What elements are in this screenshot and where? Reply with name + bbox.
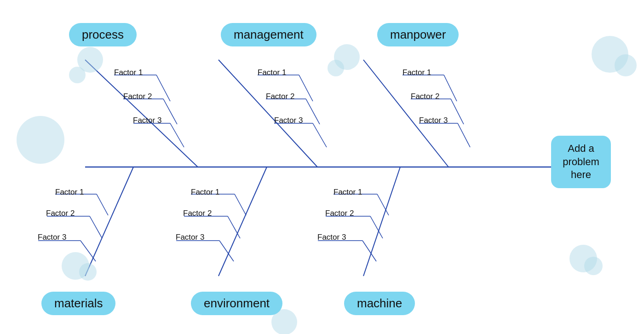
factor-environment-3[interactable]: Factor 3 <box>176 233 204 242</box>
category-manpower[interactable]: manpower <box>377 23 459 46</box>
svg-line-24 <box>97 194 108 215</box>
svg-line-21 <box>458 123 470 147</box>
fishbone-diagram: process management manpower materials en… <box>0 0 644 334</box>
category-environment[interactable]: environment <box>191 292 282 315</box>
svg-line-29 <box>218 167 267 276</box>
svg-line-12 <box>306 99 320 124</box>
factor-materials-2[interactable]: Factor 2 <box>46 209 75 218</box>
factor-machine-2[interactable]: Factor 2 <box>325 209 354 218</box>
bubble-12 <box>79 263 97 281</box>
svg-line-19 <box>451 99 464 124</box>
svg-line-36 <box>363 167 400 276</box>
factor-management-3[interactable]: Factor 3 <box>274 116 303 125</box>
factor-materials-3[interactable]: Factor 3 <box>38 233 66 242</box>
bubble-7 <box>615 54 637 76</box>
bubble-9 <box>584 257 603 275</box>
bubble-5 <box>328 60 344 76</box>
factor-process-3[interactable]: Factor 3 <box>133 116 161 125</box>
svg-line-3 <box>156 75 170 101</box>
svg-line-31 <box>235 194 246 215</box>
factor-machine-3[interactable]: Factor 3 <box>317 233 346 242</box>
category-management[interactable]: management <box>221 23 316 46</box>
factor-manpower-1[interactable]: Factor 1 <box>402 68 431 77</box>
factor-materials-1[interactable]: Factor 1 <box>55 188 84 197</box>
factor-manpower-3[interactable]: Factor 3 <box>419 116 448 125</box>
svg-line-26 <box>90 216 102 238</box>
factor-manpower-2[interactable]: Factor 2 <box>411 92 439 101</box>
svg-line-38 <box>377 194 389 215</box>
svg-line-5 <box>163 99 177 124</box>
svg-line-40 <box>370 216 383 238</box>
svg-line-17 <box>444 75 457 101</box>
category-materials[interactable]: materials <box>41 292 115 315</box>
bubble-3 <box>69 67 86 83</box>
problem-box[interactable]: Add a problem here <box>551 136 611 188</box>
factor-process-1[interactable]: Factor 1 <box>114 68 143 77</box>
category-machine[interactable]: machine <box>344 292 415 315</box>
factor-management-1[interactable]: Factor 1 <box>258 68 286 77</box>
bubble-1 <box>17 116 64 164</box>
factor-management-2[interactable]: Factor 2 <box>266 92 294 101</box>
category-process[interactable]: process <box>69 23 137 46</box>
svg-line-14 <box>313 123 327 147</box>
factor-environment-2[interactable]: Factor 2 <box>183 209 212 218</box>
factor-environment-1[interactable]: Factor 1 <box>191 188 219 197</box>
svg-line-33 <box>228 216 240 238</box>
svg-line-10 <box>299 75 313 101</box>
svg-line-7 <box>170 123 184 147</box>
factor-process-2[interactable]: Factor 2 <box>123 92 152 101</box>
factor-machine-1[interactable]: Factor 1 <box>334 188 362 197</box>
